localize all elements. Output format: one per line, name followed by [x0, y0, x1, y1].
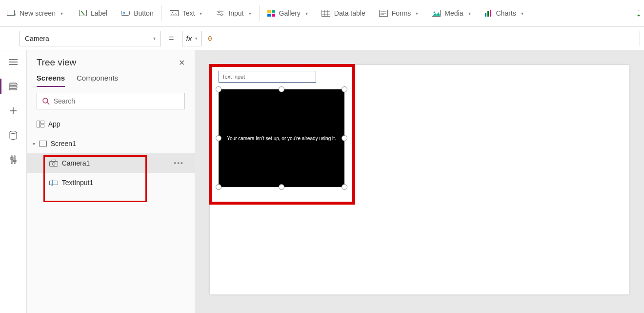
svg-rect-46 [52, 160, 56, 162]
svg-rect-44 [39, 141, 46, 146]
tree-node-app[interactable]: App [27, 114, 195, 134]
tree-header: Tree view ✕ [27, 50, 195, 71]
button-label: Button [134, 9, 153, 17]
main-area: Tree view ✕ Screens Components App ▾ Scr… [0, 50, 644, 313]
svg-rect-27 [487, 11, 489, 17]
chevron-down-icon: ▾ [60, 11, 63, 16]
tree-node-label: TextInput1 [62, 179, 94, 187]
text-icon: Abc [170, 10, 179, 16]
tree-node-label: App [48, 120, 60, 128]
tab-components[interactable]: Components [77, 71, 118, 87]
resize-handle-sw[interactable] [216, 184, 221, 190]
svg-point-39 [43, 98, 48, 103]
separator [71, 5, 71, 21]
formula-box: fx ▾ [182, 31, 640, 46]
chevron-down-icon[interactable]: ▾ [33, 141, 35, 146]
tree-node-label: Screen1 [51, 140, 76, 147]
svg-rect-43 [40, 125, 44, 127]
resize-handle-se[interactable] [342, 184, 347, 190]
formula-bar: Camera ▾ = fx ▾ [0, 27, 644, 50]
resize-handle-n[interactable] [279, 86, 284, 92]
svg-rect-11 [267, 10, 271, 13]
tree-node-textinput1[interactable]: TextInput1 [27, 173, 195, 192]
text-button[interactable]: Abc Text ▾ [163, 0, 209, 26]
insert-rail-button[interactable] [0, 105, 26, 117]
svg-rect-37 [10, 158, 13, 159]
canvas-camera-control[interactable]: Your camera isn't set up, or you're alre… [219, 89, 344, 187]
artboard-screen1[interactable]: Your camera isn't set up, or you're alre… [210, 65, 629, 294]
text-input-icon [49, 180, 58, 186]
input-icon [216, 10, 224, 17]
fx-button[interactable]: fx ▾ [182, 31, 202, 46]
chevron-down-icon: ▾ [195, 36, 197, 41]
tree-view-panel: Tree view ✕ Screens Components App ▾ Scr… [27, 50, 195, 313]
text-label: Text [182, 9, 195, 17]
ribbon-overflow[interactable]: ◦ + [637, 8, 644, 18]
hamburger-icon[interactable] [0, 56, 26, 68]
chevron-down-icon: ▾ [521, 11, 523, 16]
tree-node-camera1[interactable]: Camera1 ••• [27, 153, 195, 173]
label-icon [79, 10, 87, 17]
search-icon [42, 97, 50, 105]
label-label: Label [91, 9, 107, 17]
tree-title: Tree view [37, 57, 77, 68]
input-button[interactable]: Input ▾ [209, 0, 258, 26]
charts-label: Charts [496, 9, 516, 17]
resize-handle-e[interactable] [342, 135, 347, 141]
chevron-down-icon: ▾ [305, 11, 308, 16]
screen-icon [39, 141, 47, 146]
chevron-down-icon: ▾ [249, 11, 251, 16]
tools-rail-button[interactable] [0, 154, 26, 166]
svg-point-47 [52, 163, 55, 166]
new-screen-button[interactable]: + New screen ▾ [0, 0, 70, 26]
chevron-down-icon: ▾ [468, 11, 471, 16]
svg-rect-15 [322, 10, 330, 17]
gallery-button[interactable]: Gallery ▾ [261, 0, 315, 26]
search-input[interactable] [54, 97, 180, 105]
plus-icon: + [637, 13, 640, 18]
svg-rect-3 [121, 11, 130, 16]
data-rail-button[interactable] [0, 129, 26, 141]
more-icon[interactable]: ••• [174, 159, 184, 167]
svg-rect-14 [272, 14, 275, 17]
svg-rect-48 [49, 181, 58, 185]
resize-handle-ne[interactable] [342, 86, 347, 92]
charts-button[interactable]: Charts ▾ [478, 0, 530, 26]
forms-icon [379, 10, 388, 17]
screen-icon: + [7, 10, 16, 17]
resize-handle-s[interactable] [279, 184, 284, 190]
separator [161, 5, 162, 21]
data-table-button[interactable]: Data table [315, 0, 372, 26]
forms-button[interactable]: Forms ▾ [372, 0, 425, 26]
canvas-text-input[interactable] [219, 71, 316, 83]
media-label: Media [444, 9, 463, 17]
svg-text:Abc: Abc [171, 12, 178, 15]
resize-handle-nw[interactable] [216, 86, 221, 92]
svg-rect-41 [37, 121, 40, 127]
svg-rect-38 [13, 160, 16, 162]
gallery-icon [267, 10, 275, 17]
insert-ribbon: + New screen ▾ Label Button Abc Text ▾ I… [0, 0, 644, 27]
tab-screens[interactable]: Screens [37, 71, 65, 87]
tree-view-rail-button[interactable] [0, 81, 26, 92]
canvas-area[interactable]: Your camera isn't set up, or you're alre… [195, 50, 644, 313]
formula-input[interactable] [201, 31, 640, 46]
chevron-down-icon: ▾ [153, 36, 156, 41]
resize-handle-w[interactable] [216, 135, 221, 141]
fx-label: fx [186, 34, 192, 42]
tree-tabs: Screens Components [27, 71, 195, 87]
charts-icon [484, 10, 492, 17]
tree-search[interactable] [37, 93, 185, 109]
button-button[interactable]: Button [114, 0, 160, 26]
close-icon[interactable]: ✕ [179, 58, 185, 67]
gallery-label: Gallery [279, 9, 301, 17]
property-name: Camera [25, 35, 49, 42]
svg-text:+: + [14, 12, 16, 17]
data-table-label: Data table [334, 9, 365, 17]
property-selector[interactable]: Camera ▾ [20, 31, 161, 46]
tree-node-screen1[interactable]: ▾ Screen1 [27, 134, 195, 153]
media-button[interactable]: Media ▾ [425, 0, 477, 26]
label-button[interactable]: Label [72, 0, 114, 26]
equals-sign: = [166, 33, 177, 43]
svg-point-34 [10, 131, 17, 134]
